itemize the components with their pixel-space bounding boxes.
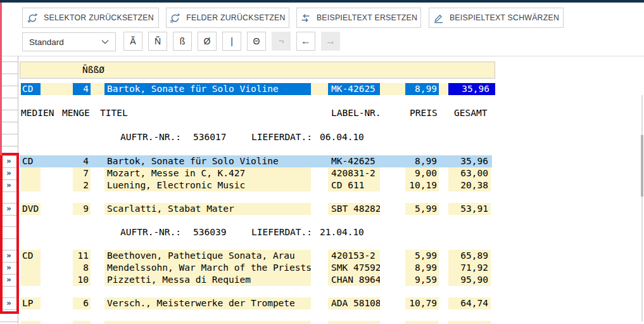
row-selector-marker[interactable]: » — [0, 155, 18, 167]
gutter-cell-border — [0, 62, 18, 62]
row-field-medien[interactable]: CD — [21, 250, 41, 262]
row-field-medien[interactable] — [21, 167, 41, 179]
row-field-label_nr[interactable]: 420153-2 — [328, 250, 380, 262]
row-field-label_nr[interactable]: SBT 48282 — [328, 203, 380, 215]
row-field-menge[interactable]: 7 — [73, 167, 91, 179]
row-field-gesamt[interactable]: 64,74 — [448, 297, 491, 309]
row-selector-marker[interactable]: » — [0, 203, 18, 215]
row-field-preis[interactable]: 8,99 — [405, 155, 439, 167]
row-field-label_nr[interactable]: CD 611 — [328, 179, 380, 191]
row-field-label_nr[interactable]: MK-42625 — [328, 155, 380, 167]
toolbar-button-reset-fields[interactable]: FELDER ZURÜCKSETZEN — [166, 8, 289, 28]
row-field-medien[interactable]: LP — [21, 297, 41, 309]
order-number-label: AUFTR.-NR.: — [120, 131, 181, 143]
theta-button[interactable]: Θ — [247, 32, 266, 51]
row-field-gesamt[interactable]: 53,91 — [448, 203, 491, 215]
gutter-cell-border — [0, 226, 18, 227]
template-field-titel[interactable]: Bartok, Sonate für Solo Violine — [104, 83, 311, 95]
row-field-gesamt[interactable]: 95,90 — [448, 274, 491, 286]
row-field-titel[interactable]: Pizzetti, Messa di Requiem — [104, 274, 311, 286]
toolbar-button-blacken-text[interactable]: BEISPIELTEXT SCHWÄRZEN — [429, 8, 564, 28]
row-field-gesamt[interactable]: 35,96 — [448, 155, 491, 167]
row-field-titel[interactable]: Versch., Meisterwerke der Trompete — [104, 297, 311, 309]
row-selector-marker[interactable]: » — [0, 274, 18, 286]
delivery-date-label: LIEFERDAT.: — [251, 226, 312, 238]
row-field-gesamt[interactable]: 65,89 — [448, 250, 491, 262]
row-field-medien[interactable] — [21, 274, 41, 286]
a-tilde-button[interactable]: Ã — [123, 32, 142, 51]
row-field-medien[interactable] — [21, 262, 41, 274]
row-field-preis[interactable]: 5,99 — [405, 250, 439, 262]
row-field-menge[interactable]: 8 — [73, 262, 91, 274]
row-field-label_nr[interactable]: CHAN 8964 — [328, 274, 380, 286]
row-field-titel[interactable]: Bartok, Sonate für Solo Violine — [104, 155, 311, 167]
toolbar-button-label: BEISPIELTEXT ERSETZEN — [317, 13, 417, 22]
row-field-medien[interactable] — [21, 321, 41, 324]
row-field-titel[interactable] — [104, 321, 311, 324]
replace-text-icon — [300, 13, 311, 23]
gutter-column-border — [18, 56, 18, 324]
gutter-cell-border — [0, 110, 18, 110]
pipe-button[interactable]: | — [222, 32, 241, 51]
row-selector-marker[interactable]: » — [0, 262, 18, 274]
n-tilde-button[interactable]: Ñ — [148, 32, 167, 51]
column-header-titel: TITEL — [100, 107, 128, 119]
row-field-medien[interactable]: DVD — [21, 203, 41, 215]
row-field-label_nr[interactable]: SMK 47592 — [328, 262, 380, 274]
row-field-menge[interactable]: 4 — [73, 155, 91, 167]
row-field-label_nr[interactable]: 420831-2 — [328, 167, 380, 179]
row-field-gesamt[interactable]: 71,92 — [448, 262, 491, 274]
row-field-menge[interactable]: 2 — [73, 179, 91, 191]
row-field-medien[interactable] — [21, 179, 41, 191]
row-field-titel[interactable]: Beethoven, Pathetique Sonata, Arau — [104, 250, 311, 262]
row-field-titel[interactable]: Scarlatti, Stabat Mater — [104, 203, 311, 215]
row-field-label_nr[interactable]: ADA 581087 — [328, 297, 380, 309]
row-selector-marker[interactable]: » — [0, 250, 18, 262]
toolbar-button-reset-selector[interactable]: SELEKTOR ZURÜCKSETZEN — [22, 8, 159, 28]
row-field-preis[interactable]: 9,00 — [405, 167, 439, 179]
row-field-preis[interactable]: 10,19 — [405, 179, 439, 191]
arrow-right-button: → — [321, 32, 340, 51]
row-field-preis[interactable]: 5,99 — [405, 203, 439, 215]
eszett-button[interactable]: ß — [173, 32, 192, 51]
gutter-cell-border — [0, 134, 18, 134]
row-field-menge[interactable]: 11 — [73, 250, 91, 262]
row-field-preis[interactable] — [405, 321, 439, 324]
row-field-medien[interactable]: CD — [21, 155, 41, 167]
row-field-gesamt[interactable] — [448, 321, 491, 324]
template-field-label_nr[interactable]: MK-42625 — [328, 83, 380, 95]
template-field-medien[interactable]: CD — [21, 83, 41, 95]
o-slash-button[interactable]: Ø — [198, 32, 217, 51]
arrow-left-button[interactable]: ← — [296, 32, 315, 51]
row-selector-marker[interactable]: » — [0, 179, 18, 191]
row-field-preis[interactable]: 10,79 — [405, 297, 439, 309]
row-field-titel[interactable]: Mendelssohn, War March of the Priests — [104, 262, 311, 274]
template-field-gesamt[interactable]: 35,96 — [448, 83, 495, 95]
column-header-menge: MENGE — [62, 107, 90, 119]
row-selector-marker[interactable]: » — [0, 167, 18, 179]
row-field-menge[interactable]: 6 — [73, 297, 91, 309]
row-field-preis[interactable]: 8,99 — [405, 262, 439, 274]
vertical-scrollbar-track[interactable] — [641, 95, 643, 321]
template-field-menge[interactable]: 4 — [73, 83, 91, 95]
row-selector-marker[interactable]: » — [0, 297, 18, 309]
gutter-cell-border — [0, 309, 18, 310]
row-field-label_nr[interactable] — [328, 321, 380, 324]
vertical-scrollbar-thumb[interactable] — [641, 135, 643, 197]
row-field-menge[interactable] — [73, 321, 91, 324]
row-field-preis[interactable]: 9,59 — [405, 274, 439, 286]
not-sign-button: ¬ — [272, 32, 291, 51]
row-field-menge[interactable]: 9 — [73, 203, 91, 215]
row-field-menge[interactable]: 10 — [73, 274, 91, 286]
row-field-titel[interactable]: Mozart, Messe in C, K.427 — [104, 167, 311, 179]
report-header-band[interactable]: ÑßßØ — [20, 62, 495, 79]
toolbar-button-label: FELDER ZURÜCKSETZEN — [186, 13, 285, 22]
gutter-cell-border — [0, 74, 18, 74]
gutter-cell-border — [0, 191, 18, 192]
style-dropdown[interactable]: Standard — [22, 32, 116, 51]
row-field-gesamt[interactable]: 63,00 — [448, 167, 491, 179]
toolbar-button-replace-text[interactable]: BEISPIELTEXT ERSETZEN — [296, 8, 421, 28]
row-field-titel[interactable]: Luening, Electronic Music — [104, 179, 311, 191]
template-field-preis[interactable]: 8,99 — [405, 83, 439, 95]
row-field-gesamt[interactable]: 20,38 — [448, 179, 491, 191]
